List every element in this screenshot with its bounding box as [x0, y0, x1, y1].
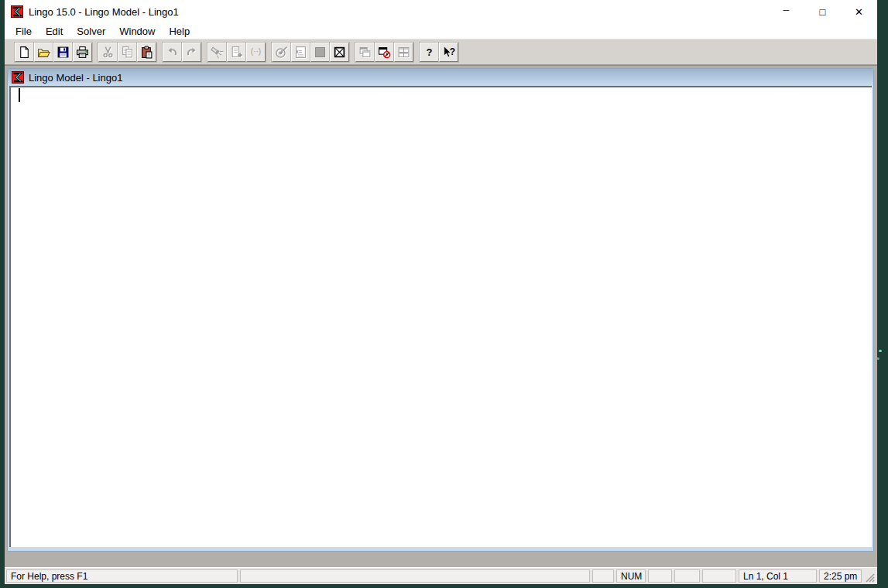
model-window-lingo-icon — [12, 71, 24, 84]
resize-grip[interactable] — [864, 569, 875, 583]
undo-arrow-icon — [166, 46, 179, 59]
minimize-icon: ─ — [783, 6, 790, 15]
resize-grip-icon — [865, 573, 875, 583]
range-analysis-icon — [315, 47, 325, 57]
lingo-logo-icon — [11, 5, 23, 18]
toolbar: (··) x= — [5, 39, 877, 65]
open-file-button[interactable] — [34, 43, 53, 62]
new-file-button[interactable] — [15, 43, 34, 62]
go-to-line-button[interactable] — [227, 43, 246, 62]
maximize-button[interactable]: □ — [804, 0, 841, 23]
status-panel-empty-4 — [702, 569, 736, 583]
matrix-picture-icon — [333, 46, 346, 59]
status-clock: 2:25 pm — [819, 569, 862, 583]
window-controls: ─ □ ✕ — [768, 0, 877, 23]
desktop-speck — [879, 350, 882, 352]
model-window: Lingo Model - Lingo1 — [7, 68, 874, 552]
matrix-picture-button[interactable] — [330, 43, 349, 62]
tile-windows-icon — [397, 46, 410, 59]
undo-button[interactable] — [163, 43, 182, 62]
print-button[interactable] — [73, 43, 92, 62]
flashlight-icon — [211, 46, 224, 59]
text-caret — [19, 88, 20, 102]
context-help-button[interactable]: ? — [439, 43, 458, 62]
range-analysis-button[interactable] — [310, 43, 330, 62]
menu-item-edit[interactable]: Edit — [39, 24, 70, 39]
model-window-title-bar[interactable]: Lingo Model - Lingo1 — [8, 69, 873, 86]
cut-button[interactable] — [98, 43, 118, 62]
open-folder-icon — [37, 46, 50, 59]
model-window-title: Lingo Model - Lingo1 — [29, 72, 122, 84]
lingo-main-window: Lingo 15.0 - Lingo Model - Lingo1 ─ □ ✕ … — [5, 0, 877, 584]
maximize-icon: □ — [820, 7, 826, 17]
status-num-lock: NUM — [616, 569, 646, 583]
close-all-windows-button[interactable] — [375, 43, 394, 62]
menu-item-help[interactable]: Help — [162, 24, 197, 39]
paste-button[interactable] — [137, 43, 156, 62]
status-panel-message — [240, 569, 590, 583]
status-cursor-position: Ln 1, Col 1 — [739, 569, 817, 583]
save-button[interactable] — [53, 43, 73, 62]
save-floppy-icon — [57, 46, 70, 59]
match-parenthesis-button[interactable]: (··) — [246, 43, 266, 62]
help-icon: ? — [427, 47, 433, 57]
solve-button[interactable] — [272, 43, 291, 62]
title-bar[interactable]: Lingo 15.0 - Lingo Model - Lingo1 ─ □ ✕ — [5, 0, 877, 23]
minimize-button[interactable]: ─ — [768, 0, 804, 23]
new-file-icon — [18, 46, 31, 59]
menu-bar: File Edit Solver Window Help — [5, 23, 877, 39]
desktop: Lingo 15.0 - Lingo Model - Lingo1 ─ □ ✕ … — [0, 0, 888, 588]
find-button[interactable] — [207, 43, 227, 62]
menu-item-window[interactable]: Window — [112, 24, 162, 39]
status-panel-empty-2 — [648, 569, 672, 583]
redo-button[interactable] — [182, 43, 201, 62]
window-title: Lingo 15.0 - Lingo Model - Lingo1 — [29, 6, 179, 18]
cut-scissors-icon — [101, 46, 115, 59]
cascade-windows-icon — [358, 46, 372, 59]
close-button[interactable]: ✕ — [841, 0, 877, 23]
status-panel-empty-3 — [674, 569, 700, 583]
cascade-windows-button[interactable] — [355, 43, 375, 62]
match-parenthesis-icon: (··) — [251, 48, 261, 56]
help-button[interactable]: ? — [420, 43, 439, 62]
status-panel-empty-1 — [592, 569, 614, 583]
copy-icon — [121, 46, 134, 59]
close-icon: ✕ — [855, 7, 863, 17]
status-help-text: For Help, press F1 — [6, 569, 238, 583]
status-bar: For Help, press F1 NUM Ln 1, Col 1 2:25 … — [5, 567, 877, 584]
go-to-line-icon — [230, 46, 243, 59]
close-all-windows-icon — [378, 46, 391, 59]
redo-arrow-icon — [185, 46, 198, 59]
paste-clipboard-icon — [140, 46, 153, 59]
model-editor[interactable] — [9, 86, 872, 547]
solution-button[interactable]: x= — [291, 43, 310, 62]
print-icon — [76, 46, 89, 59]
menu-item-file[interactable]: File — [9, 24, 39, 39]
tile-windows-button[interactable] — [394, 43, 413, 62]
solve-bullseye-icon — [275, 46, 288, 59]
mdi-client-area: Lingo Model - Lingo1 — [5, 65, 877, 567]
menu-item-solver[interactable]: Solver — [70, 24, 112, 39]
solution-xeq-glyph: x= — [296, 49, 302, 54]
context-help-question-glyph: ? — [450, 46, 455, 57]
copy-button[interactable] — [118, 43, 137, 62]
